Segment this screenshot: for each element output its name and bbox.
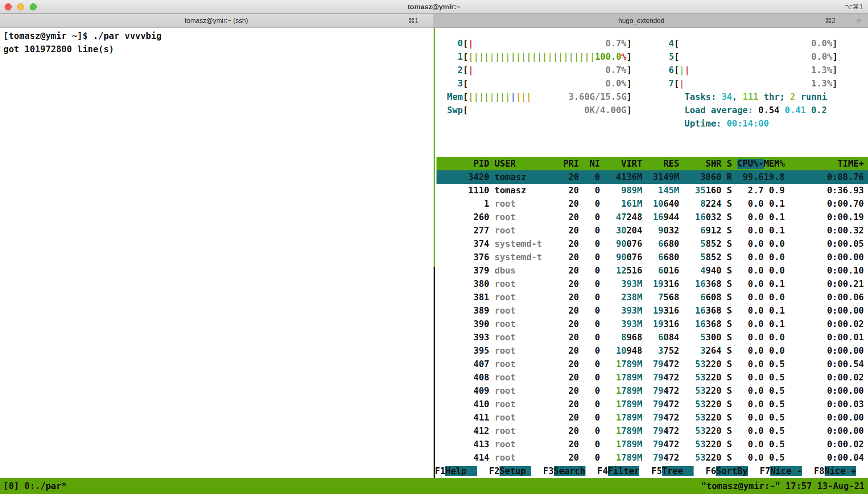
process-row[interactable]: 409 root 20 0 1789M 79472 53220 S 0.0 0.… xyxy=(437,384,868,398)
terminal-window: tomasz@ymir:~ ⌥⌘1 tomasz@ymir:~ (ssh) ⌘1… xyxy=(0,0,868,494)
process-row[interactable]: 413 root 20 0 1789M 79472 53220 S 0.0 0.… xyxy=(437,438,868,451)
fkey-f7[interactable]: F7Nice - xyxy=(760,464,814,478)
tmux-status-bar: [0] 0:./par* "tomasz@ymir:~" 17:57 13-Au… xyxy=(0,478,868,494)
process-row[interactable]: 408 root 20 0 1789M 79472 53220 S 0.0 0.… xyxy=(437,371,868,384)
process-row[interactable]: 3420 tomasz 20 0 4136M 3149M 3060 R 99.6… xyxy=(437,170,868,184)
window-title: tomasz@ymir:~ xyxy=(0,0,868,14)
process-row[interactable]: 389 root 20 0 393M 19316 16368 S 0.0 0.1… xyxy=(437,304,868,317)
cpu-meter-row: 2[| 0.7%] 6[|| 1.3%] xyxy=(437,63,868,77)
process-row[interactable]: 381 root 20 0 238M 7568 6608 S 0.0 0.0 0… xyxy=(437,291,868,304)
cpu-meter-row: 1[||||||||||||||||||||||||100.0%] 5[ 0.0… xyxy=(437,50,868,63)
blank-row xyxy=(437,130,868,144)
process-row[interactable]: 380 root 20 0 393M 19316 16368 S 0.0 0.1… xyxy=(437,277,868,291)
shell-pane[interactable]: [tomasz@ymir ~]$ ./par vvvvbig got 10197… xyxy=(3,29,429,56)
tmux-session-info: "tomasz@ymir:~" 17:57 13-Aug-21 xyxy=(701,481,865,491)
process-row[interactable]: 1110 tomasz 20 0 989M 145M 35160 S 2.7 0… xyxy=(437,184,868,197)
fkey-f5[interactable]: F5Tree xyxy=(651,464,706,478)
fkey-f8[interactable]: F8Nice + xyxy=(814,464,868,478)
tab-hotkey: ⌘1 xyxy=(408,17,419,25)
uptime-row: Uptime: 00:14:00 xyxy=(437,117,868,130)
process-row[interactable]: 414 root 20 0 1789M 79472 53220 S 0.0 0.… xyxy=(437,451,868,464)
process-row[interactable]: 407 root 20 0 1789M 79472 53220 S 0.0 0.… xyxy=(437,357,868,371)
tab-label: tomasz@ymir:~ (ssh) xyxy=(0,17,433,25)
pane-divider[interactable] xyxy=(434,267,435,478)
title-bar: tomasz@ymir:~ ⌥⌘1 xyxy=(0,0,868,14)
cpu-meter-row: 0[| 0.7%] 4[ 0.0%] xyxy=(437,37,868,50)
process-row[interactable]: 390 root 20 0 393M 19316 16368 S 0.0 0.1… xyxy=(437,317,868,331)
process-row[interactable]: 412 root 20 0 1789M 79472 53220 S 0.0 0.… xyxy=(437,424,868,438)
tab-hotkey: ⌘2 xyxy=(825,17,835,25)
blank-row xyxy=(437,144,868,157)
swap-meter-row: Swp[ 0K/4.00G] Load average: 0.54 0.41 0… xyxy=(437,104,868,117)
tab-hugo-extended[interactable]: hugo_extended ⌘2 xyxy=(433,14,850,28)
tmux-window-list[interactable]: [0] 0:./par* xyxy=(3,481,67,491)
htop-pane[interactable]: 0[| 0.7%] 4[ 0.0%] 1[|||||||||||||||||||… xyxy=(437,37,868,464)
process-row[interactable]: 393 root 20 0 8968 6084 5300 S 0.0 0.0 0… xyxy=(437,331,868,344)
process-row[interactable]: 411 root 20 0 1789M 79472 53220 S 0.0 0.… xyxy=(437,411,868,424)
process-row[interactable]: 410 root 20 0 1789M 79472 53220 S 0.0 0.… xyxy=(437,398,868,411)
tab-label: hugo_extended xyxy=(433,17,850,25)
shell-output-line: got 101972800 line(s) xyxy=(3,43,429,56)
fkey-f6[interactable]: F6SortBy xyxy=(706,464,760,478)
fkey-f1[interactable]: F1Help xyxy=(435,464,489,478)
process-row[interactable]: 376 systemd-t 20 0 90076 6680 5852 S 0.0… xyxy=(437,251,868,264)
process-row[interactable]: 374 systemd-t 20 0 90076 6680 5852 S 0.0… xyxy=(437,237,868,251)
window-hotkey: ⌥⌘1 xyxy=(845,0,863,14)
shell-prompt-line: [tomasz@ymir ~]$ ./par vvvvbig xyxy=(3,29,429,43)
tab-bar: tomasz@ymir:~ (ssh) ⌘1 hugo_extended ⌘2 … xyxy=(0,14,868,28)
fkey-f3[interactable]: F3Search xyxy=(543,464,598,478)
process-table-header: PID USER PRI NI VIRT RES SHR S CPU%-MEM%… xyxy=(437,157,868,170)
process-row[interactable]: 379 dbus 20 0 12516 6016 4940 S 0.0 0.0 … xyxy=(437,264,868,277)
process-row[interactable]: 260 root 20 0 47248 16944 16032 S 0.0 0.… xyxy=(437,210,868,224)
tab-ssh-session[interactable]: tomasz@ymir:~ (ssh) ⌘1 xyxy=(0,14,433,28)
process-row[interactable]: 395 root 20 0 10948 3752 3264 S 0.0 0.0 … xyxy=(437,344,868,357)
cpu-meter-row: 3[ 0.0%] 7[| 1.3%] xyxy=(437,77,868,90)
new-tab-button[interactable]: + xyxy=(850,14,868,28)
fkey-f2[interactable]: F2Setup xyxy=(489,464,543,478)
htop-function-bar: F1Help F2Setup F3SearchF4FilterF5Tree F6… xyxy=(435,464,868,478)
process-row[interactable]: 277 root 20 0 30204 9032 6912 S 0.0 0.1 … xyxy=(437,224,868,237)
pane-divider-active[interactable] xyxy=(434,28,435,267)
process-row[interactable]: 1 root 20 0 161M 10640 8224 S 0.0 0.1 0:… xyxy=(437,197,868,210)
fkey-f4[interactable]: F4Filter xyxy=(597,464,651,478)
memory-meter-row: Mem[|||||||||||| 3.60G/15.5G] Tasks: 34,… xyxy=(437,90,868,104)
